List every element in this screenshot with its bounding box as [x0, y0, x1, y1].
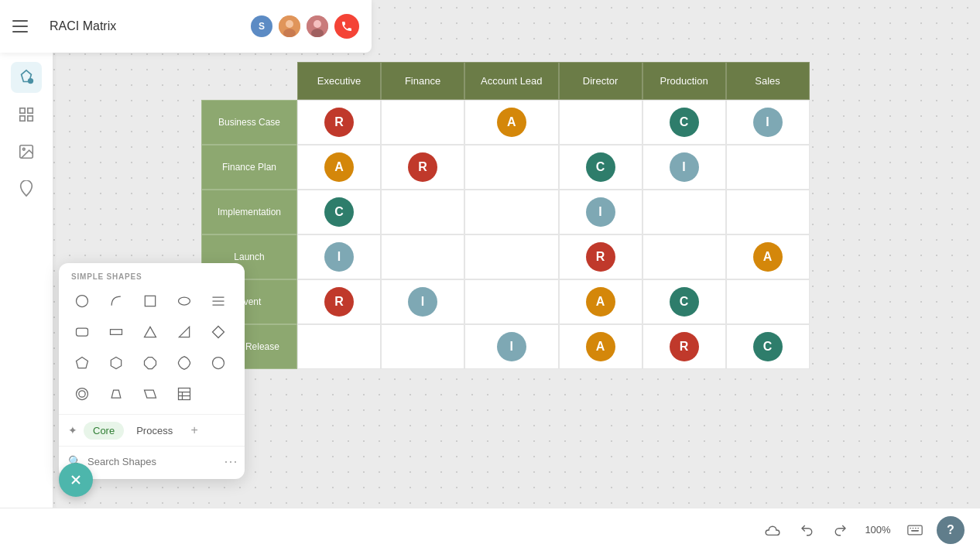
menu-button[interactable]	[12, 14, 37, 39]
svg-marker-27	[145, 358, 156, 369]
svg-marker-25	[77, 358, 88, 368]
shape-parallelogram[interactable]	[136, 380, 164, 408]
bottom-bar: 100% ?	[0, 508, 980, 551]
col-production: Production	[642, 62, 726, 100]
cell-vr-sales[interactable]: C	[726, 324, 810, 369]
shape-triangle[interactable]	[136, 318, 164, 346]
cell-bc-finance	[381, 100, 464, 145]
shape-rect-flat[interactable]	[102, 318, 130, 346]
svg-marker-22	[145, 327, 156, 337]
svg-rect-20	[77, 328, 88, 336]
shapes-tab-process[interactable]: Process	[127, 422, 182, 440]
redo-button[interactable]	[828, 518, 853, 542]
shape-rect-rounded[interactable]	[68, 318, 96, 346]
draw-sidebar-icon[interactable]	[11, 173, 42, 204]
cell-ev-exec[interactable]: R	[297, 279, 381, 324]
cell-fp-prod[interactable]: I	[642, 145, 726, 190]
avatar-b[interactable]	[279, 15, 300, 37]
svg-point-13	[22, 148, 25, 150]
cell-imp-accl	[464, 190, 559, 234]
shapes-tab-add[interactable]: +	[185, 421, 204, 440]
undo-button[interactable]	[794, 518, 819, 542]
row-finance-plan: Finance Plan	[201, 145, 297, 190]
col-finance: Finance	[381, 62, 464, 100]
raci-table: Executive Finance Account Lead Director …	[201, 62, 810, 369]
cell-lnch-exec[interactable]: I	[297, 234, 381, 279]
help-button[interactable]: ?	[937, 516, 965, 544]
cell-imp-finance	[381, 190, 464, 234]
cell-bc-prod[interactable]: C	[642, 100, 726, 145]
shapes-tab-icon: ✦	[68, 424, 77, 436]
cell-imp-prod	[642, 190, 726, 234]
cell-lnch-dir[interactable]: R	[559, 234, 642, 279]
table-row: Implementation C I	[201, 190, 810, 234]
svg-rect-10	[20, 116, 25, 121]
svg-point-7	[28, 78, 33, 84]
cell-bc-exec[interactable]: R	[297, 100, 381, 145]
svg-marker-24	[213, 327, 224, 338]
cell-ev-finance[interactable]: I	[381, 279, 464, 324]
svg-point-31	[79, 391, 85, 397]
svg-point-29	[213, 358, 224, 369]
shape-octagon[interactable]	[136, 349, 164, 377]
cell-bc-sales[interactable]: I	[726, 100, 810, 145]
shape-diamond[interactable]	[204, 318, 232, 346]
fab-button[interactable]	[59, 463, 93, 497]
shape-empty	[204, 380, 232, 408]
cell-fp-accl	[464, 145, 559, 190]
shapes-sidebar-icon[interactable]	[11, 62, 42, 93]
shape-circle[interactable]	[68, 287, 96, 315]
shape-circle2[interactable]	[204, 349, 232, 377]
cell-ev-sales	[726, 279, 810, 324]
shapes-tab-core[interactable]: Core	[84, 422, 124, 440]
shape-table[interactable]	[170, 380, 198, 408]
cell-vr-prod[interactable]: R	[642, 324, 726, 369]
cell-ev-accl	[464, 279, 559, 324]
svg-rect-15	[145, 296, 155, 306]
svg-rect-11	[28, 116, 33, 121]
shapes-tabs: ✦ Core Process +	[59, 414, 245, 446]
shape-lines[interactable]	[204, 287, 232, 315]
phone-button[interactable]	[334, 14, 359, 39]
cell-vr-accl[interactable]: I	[464, 324, 559, 369]
shape-square[interactable]	[136, 287, 164, 315]
avatar-s[interactable]: S	[251, 15, 272, 37]
grid-sidebar-icon[interactable]	[11, 99, 42, 130]
cell-ev-dir[interactable]: A	[559, 279, 642, 324]
svg-marker-26	[111, 358, 121, 369]
shape-hexagon[interactable]	[102, 349, 130, 377]
cell-fp-sales	[726, 145, 810, 190]
svg-point-4	[314, 20, 321, 28]
shape-pentagon[interactable]	[68, 349, 96, 377]
shape-ring[interactable]	[68, 380, 96, 408]
shape-trapezoid[interactable]	[102, 380, 130, 408]
svg-point-14	[77, 296, 88, 307]
cell-imp-exec[interactable]: C	[297, 190, 381, 234]
avatar-k[interactable]	[307, 15, 328, 37]
cell-imp-dir[interactable]: I	[559, 190, 642, 234]
shape-right-triangle[interactable]	[170, 318, 198, 346]
cell-fp-exec[interactable]: A	[297, 145, 381, 190]
cloud-save-button[interactable]	[760, 518, 785, 542]
svg-rect-34	[179, 388, 190, 400]
shape-arc[interactable]	[102, 287, 130, 315]
shape-ellipse[interactable]	[170, 287, 198, 315]
search-input[interactable]	[87, 456, 218, 467]
zoom-level: 100%	[862, 524, 893, 536]
cell-bc-accl[interactable]: A	[464, 100, 559, 145]
col-sales: Sales	[726, 62, 810, 100]
keyboard-button[interactable]	[903, 518, 927, 542]
svg-rect-8	[20, 108, 25, 113]
shapes-panel: SIMPLE SHAPES	[59, 263, 245, 479]
search-more-icon[interactable]: ⋯	[224, 453, 238, 470]
cell-fp-finance[interactable]: R	[381, 145, 464, 190]
shape-12gon[interactable]	[170, 349, 198, 377]
cell-vr-dir[interactable]: A	[559, 324, 642, 369]
svg-rect-9	[28, 108, 33, 113]
top-bar-right: S	[251, 14, 359, 39]
cell-bc-dir	[559, 100, 642, 145]
cell-lnch-sales[interactable]: A	[726, 234, 810, 279]
cell-fp-dir[interactable]: C	[559, 145, 642, 190]
image-sidebar-icon[interactable]	[11, 136, 42, 167]
cell-ev-prod[interactable]: C	[642, 279, 726, 324]
